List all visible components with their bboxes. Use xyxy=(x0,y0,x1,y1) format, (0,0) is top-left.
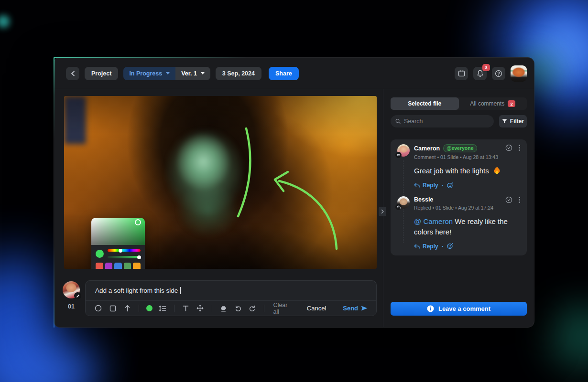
opacity-thumb[interactable] xyxy=(137,255,141,259)
status-label: In Progress xyxy=(129,70,162,77)
comment-author[interactable]: Cameron xyxy=(414,145,440,152)
reply-button[interactable]: Reply xyxy=(414,182,438,189)
reply-arrow-icon xyxy=(414,244,420,249)
status-dropdown[interactable]: In Progress xyxy=(123,67,175,80)
leave-comment-button[interactable]: Leave a comment xyxy=(391,302,527,316)
add-reaction-button[interactable] xyxy=(447,243,453,249)
resolve-button[interactable] xyxy=(505,144,512,151)
comment-meta: Comment • 01 Slide • Aug 28 at 13:43 xyxy=(414,154,501,160)
canvas-pane: 01 Add a soft light from this side xyxy=(54,89,383,328)
notifications-button[interactable]: 3 xyxy=(473,67,487,80)
composer-avatar[interactable] xyxy=(63,281,80,298)
undo-button[interactable] xyxy=(234,304,242,313)
check-circle-icon xyxy=(505,144,512,151)
annotation-arrow[interactable] xyxy=(279,181,337,249)
avatar-cameron[interactable] xyxy=(397,144,410,157)
comments-panel: Cameron @everyone Comment • 01 Slide • A… xyxy=(391,139,527,255)
mention-everyone-tag[interactable]: @everyone xyxy=(443,144,477,152)
arrow-tool-button[interactable] xyxy=(123,304,131,313)
chevron-right-icon xyxy=(381,209,384,214)
redo-icon xyxy=(249,305,256,312)
slide-image[interactable] xyxy=(64,96,377,269)
filter-button[interactable]: Filter xyxy=(499,115,527,127)
share-button[interactable]: Share xyxy=(269,67,299,80)
saturation-area[interactable] xyxy=(91,218,145,245)
replied-type-icon xyxy=(395,204,402,210)
tab-all-comments[interactable]: All comments 2 xyxy=(459,97,527,110)
move-tool-button[interactable] xyxy=(196,304,204,313)
user-avatar[interactable] xyxy=(511,65,527,82)
picker-panel xyxy=(91,245,145,269)
color-tool-button[interactable] xyxy=(146,305,152,311)
hue-slider[interactable] xyxy=(108,249,141,252)
help-icon xyxy=(495,70,502,77)
chevron-left-icon xyxy=(71,71,75,76)
version-dropdown[interactable]: Ver. 1 xyxy=(175,67,210,80)
current-color-swatch[interactable] xyxy=(96,250,104,258)
comments-sidebar: Selected file All comments 2 xyxy=(383,89,535,328)
eraser-tool-button[interactable] xyxy=(219,304,228,313)
comment-input-value: Add a soft light from this side xyxy=(95,287,178,294)
date-button[interactable]: 3 Sep, 2024 xyxy=(216,67,261,80)
calendar-button[interactable] xyxy=(455,67,468,80)
annotation-toolbar: Clear all Cancel Send xyxy=(86,301,376,316)
add-reaction-button[interactable] xyxy=(447,182,453,189)
arrow-up-icon xyxy=(124,305,131,312)
top-toolbar: Project In Progress Ver. 1 3 Sep, 2024 S… xyxy=(54,58,534,89)
comment-text: Great job with the lights xyxy=(414,166,489,176)
swatch-blue[interactable] xyxy=(114,263,122,269)
toolbar-divider xyxy=(174,305,174,312)
tab-selected-file[interactable]: Selected file xyxy=(391,97,459,110)
reply-label: Reply xyxy=(423,182,438,189)
search-input[interactable] xyxy=(404,118,489,125)
rectangle-tool-button[interactable] xyxy=(109,304,117,313)
comment-menu-button[interactable] xyxy=(519,145,520,151)
background-glow xyxy=(0,334,96,382)
resolve-button[interactable] xyxy=(505,196,512,203)
version-label: Ver. 1 xyxy=(181,70,197,77)
comment-menu-button[interactable] xyxy=(519,197,520,203)
notification-badge: 3 xyxy=(482,64,490,71)
help-button[interactable] xyxy=(492,67,505,80)
saturation-selector[interactable] xyxy=(135,219,141,225)
comment-composer: Add a soft light from this side xyxy=(85,280,377,316)
swatch-red[interactable] xyxy=(96,263,103,269)
comment-cameron: Cameron @everyone Comment • 01 Slide • A… xyxy=(397,144,520,189)
comment-meta: Replied • 01 Slide • Aug 29 at 17:24 xyxy=(414,205,501,211)
opacity-slider[interactable] xyxy=(108,256,141,258)
status-version-pill: In Progress Ver. 1 xyxy=(123,67,210,80)
text-icon xyxy=(183,305,189,311)
comment-author[interactable]: Bessie xyxy=(414,196,433,203)
check-circle-icon xyxy=(505,196,512,203)
project-button[interactable]: Project xyxy=(85,67,118,80)
send-icon xyxy=(361,306,368,311)
share-label: Share xyxy=(275,70,292,77)
info-icon xyxy=(427,305,434,312)
annotation-arc[interactable] xyxy=(238,128,250,216)
reply-label: Reply xyxy=(423,243,438,250)
stroke-width-button[interactable] xyxy=(159,304,167,313)
search-box[interactable] xyxy=(391,115,494,127)
back-button[interactable] xyxy=(66,67,79,80)
ellipse-tool-button[interactable] xyxy=(94,304,102,313)
emoji-smile-icon xyxy=(447,182,453,189)
mention-cameron[interactable]: @ Cameron xyxy=(414,217,453,225)
clear-all-button[interactable]: Clear all xyxy=(273,302,294,315)
hue-thumb[interactable] xyxy=(119,249,122,253)
avatar-bessie[interactable] xyxy=(397,196,410,209)
swatch-orange[interactable] xyxy=(133,263,141,269)
reply-button[interactable]: Reply xyxy=(414,243,438,250)
cancel-button[interactable]: Cancel xyxy=(307,305,326,312)
swatch-green[interactable] xyxy=(124,263,131,269)
sidebar-collapse-button[interactable] xyxy=(379,207,386,216)
swatch-purple[interactable] xyxy=(105,263,113,269)
chevron-down-icon xyxy=(201,72,205,74)
redo-button[interactable] xyxy=(248,304,256,313)
send-button[interactable]: Send xyxy=(343,305,368,312)
filter-icon xyxy=(502,119,507,124)
text-cursor xyxy=(180,287,181,294)
text-tool-button[interactable] xyxy=(182,304,190,313)
comment-input[interactable]: Add a soft light from this side xyxy=(86,281,376,301)
tab-label: Selected file xyxy=(408,100,441,107)
tab-label: All comments xyxy=(470,100,504,107)
